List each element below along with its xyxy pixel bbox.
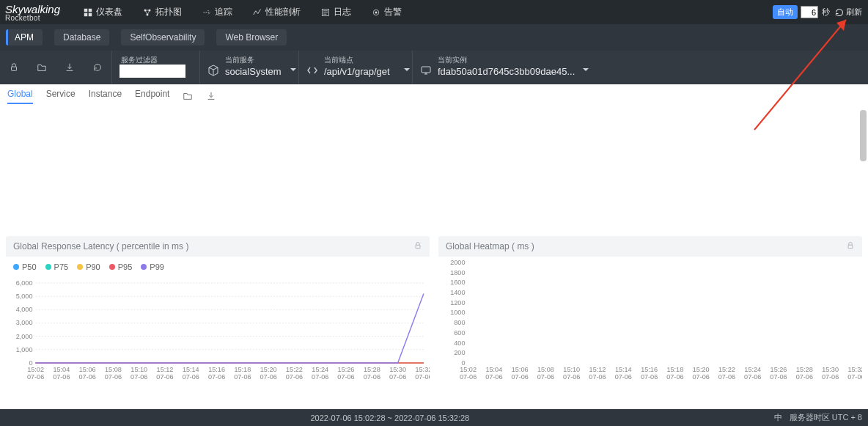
nav-trace[interactable]: 追踪 — [202, 6, 232, 18]
lock-icon — [9, 62, 19, 73]
lock-button[interactable] — [5, 59, 23, 76]
folder-button[interactable] — [33, 59, 51, 76]
brand-logo: Skywalking Rocketbot — [5, 2, 62, 23]
current-instance-group[interactable]: 当前实例 fdab50a01d7645c3bb09dae45... — [412, 51, 573, 84]
svg-text:15:30: 15:30 — [389, 366, 406, 373]
chevron-down-icon — [403, 66, 411, 73]
tab-database[interactable]: Database — [54, 29, 109, 45]
svg-text:15:22: 15:22 — [286, 366, 303, 373]
chevron-down-icon — [290, 66, 297, 73]
svg-text:07-06: 07-06 — [286, 373, 303, 381]
nav-topology[interactable]: 拓扑图 — [143, 6, 182, 18]
svg-text:15:28: 15:28 — [796, 366, 813, 373]
chart-title: Global Heatmap ( ms ) — [446, 241, 534, 251]
svg-text:15:08: 15:08 — [537, 366, 554, 373]
svg-text:07-06: 07-06 — [156, 373, 173, 381]
svg-text:07-06: 07-06 — [364, 373, 380, 381]
refresh-button[interactable]: 刷新 — [835, 7, 862, 18]
svg-text:15:22: 15:22 — [718, 366, 735, 373]
svg-text:07-06: 07-06 — [105, 373, 122, 381]
download-icon — [206, 91, 216, 101]
svg-rect-1 — [89, 8, 92, 12]
svg-text:07-06: 07-06 — [415, 373, 430, 381]
timezone-label: 服务器时区 UTC + 8 — [790, 412, 862, 423]
svg-text:07-06: 07-06 — [796, 373, 813, 381]
svg-rect-0 — [84, 8, 88, 12]
svg-text:6,000: 6,000 — [16, 279, 33, 287]
svg-text:1600: 1600 — [450, 279, 465, 286]
subtab-global[interactable]: Global — [7, 89, 33, 103]
svg-text:1400: 1400 — [450, 289, 465, 296]
nav-alarm[interactable]: 告警 — [372, 6, 402, 18]
service-filter-input[interactable] — [119, 65, 185, 78]
auto-refresh-toggle[interactable]: 自动 — [773, 5, 798, 19]
svg-text:3,000: 3,000 — [16, 320, 33, 327]
nav-profile[interactable]: 性能剖析 — [253, 6, 301, 18]
alarm-icon — [372, 8, 380, 17]
subtab-instance[interactable]: Instance — [89, 89, 122, 103]
tab-webbrowser[interactable]: Web Browser — [216, 29, 287, 45]
svg-text:07-06: 07-06 — [718, 373, 735, 381]
svg-text:5,000: 5,000 — [16, 293, 33, 300]
svg-text:15:20: 15:20 — [260, 366, 277, 373]
chart-canvas: 01,0002,0003,0004,0005,0006,00015:0207-0… — [6, 277, 430, 383]
svg-text:2,000: 2,000 — [16, 333, 33, 340]
download-small-button[interactable] — [206, 91, 216, 101]
download-button[interactable] — [61, 59, 78, 76]
svg-text:07-06: 07-06 — [183, 373, 199, 381]
subtab-service[interactable]: Service — [46, 89, 76, 103]
current-service-label: 当前服务 — [225, 55, 254, 65]
svg-rect-10 — [12, 67, 17, 70]
subtab-endpoint[interactable]: Endpoint — [135, 89, 169, 103]
svg-text:07-06: 07-06 — [693, 373, 710, 381]
svg-rect-11 — [422, 67, 430, 73]
svg-text:07-06: 07-06 — [770, 373, 787, 381]
lock-icon — [413, 241, 422, 250]
tab-selfobservability[interactable]: SelfObservability — [121, 29, 205, 45]
folder-icon — [183, 91, 193, 101]
svg-text:1000: 1000 — [450, 309, 465, 317]
svg-text:07-06: 07-06 — [847, 373, 862, 381]
svg-text:1200: 1200 — [450, 299, 465, 306]
vertical-scrollbar[interactable] — [860, 110, 867, 161]
chart-global-heatmap: Global Heatmap ( ms ) 020040060080010001… — [438, 236, 862, 383]
reload-icon — [92, 62, 103, 73]
svg-text:15:06: 15:06 — [79, 366, 96, 373]
chart-lock-button[interactable] — [413, 241, 422, 252]
folder-small-button[interactable] — [183, 91, 193, 101]
chart-title: Global Response Latency ( percentile in … — [13, 241, 188, 251]
svg-text:15:12: 15:12 — [157, 366, 174, 373]
tab-apm[interactable]: APM — [6, 29, 43, 45]
chart-lock-button[interactable] — [846, 241, 855, 252]
svg-text:07-06: 07-06 — [460, 373, 477, 381]
reload-button[interactable] — [89, 59, 106, 76]
current-service-group[interactable]: 当前服务 socialSystem — [199, 51, 298, 84]
svg-text:07-06: 07-06 — [234, 373, 251, 381]
svg-text:07-06: 07-06 — [563, 373, 580, 381]
svg-text:2000: 2000 — [450, 259, 465, 266]
chart-legend: P50 P75 P90 P95 P99 — [6, 257, 430, 277]
svg-text:07-06: 07-06 — [208, 373, 225, 381]
dashboard-icon — [84, 8, 92, 17]
refresh-icon — [835, 8, 844, 17]
current-endpoint-group[interactable]: 当前端点 /api/v1/grap/get — [298, 51, 412, 84]
svg-text:15:12: 15:12 — [589, 366, 606, 373]
lock-icon — [846, 241, 855, 250]
svg-text:07-06: 07-06 — [389, 373, 406, 381]
svg-text:15:16: 15:16 — [641, 366, 658, 373]
trace-icon — [202, 8, 211, 17]
svg-text:15:26: 15:26 — [338, 366, 355, 373]
refresh-interval-input[interactable] — [801, 6, 818, 18]
svg-text:15:04: 15:04 — [53, 366, 70, 373]
nav-log[interactable]: 日志 — [321, 6, 351, 18]
time-range-label: 2022-07-06 15:02:28 ~ 2022-07-06 15:32:2… — [6, 414, 774, 422]
current-instance-value: fdab50a01d7645c3bb09dae45... — [438, 66, 575, 77]
language-button[interactable]: 中 — [774, 412, 782, 423]
profile-icon — [253, 8, 262, 17]
svg-text:15:20: 15:20 — [693, 366, 710, 373]
svg-text:400: 400 — [454, 339, 465, 347]
svg-rect-3 — [89, 12, 92, 16]
svg-text:07-06: 07-06 — [27, 373, 44, 381]
nav-dashboard[interactable]: 仪表盘 — [84, 6, 122, 18]
svg-text:15:32: 15:32 — [415, 366, 430, 373]
